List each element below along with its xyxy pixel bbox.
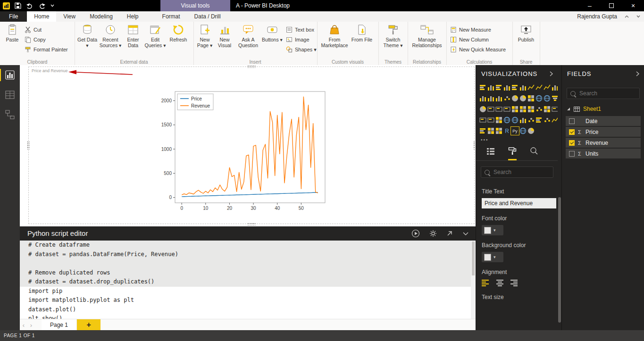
word-cloud-icon[interactable] — [527, 116, 535, 124]
close-button[interactable]: × — [622, 0, 644, 11]
table-sheet1[interactable]: Sheet1 — [562, 101, 644, 116]
code-line[interactable]: # Remove duplicated rows — [20, 268, 476, 278]
tab-help[interactable]: Help — [120, 11, 146, 22]
field-row-date[interactable]: Date — [566, 116, 641, 126]
tab-data-drill[interactable]: Data / Drill — [187, 11, 228, 22]
code-line[interactable] — [20, 259, 476, 268]
buttons-button[interactable]: Buttons ▾ — [261, 24, 283, 58]
kpi-icon[interactable] — [503, 106, 510, 113]
matrix-icon[interactable] — [527, 106, 535, 113]
tab-view[interactable]: View — [56, 11, 83, 22]
panel-scrollbar-thumb[interactable] — [558, 197, 561, 323]
fields-search-input[interactable] — [578, 90, 636, 97]
100-stacked-bar-chart-icon[interactable] — [511, 84, 519, 91]
undo-icon[interactable] — [26, 2, 33, 9]
decomposition-tree-icon[interactable] — [544, 106, 551, 113]
resize-handle-bottom[interactable] — [247, 223, 256, 225]
clustered-bar-chart-icon[interactable] — [495, 84, 502, 91]
treemap-icon[interactable] — [527, 95, 535, 102]
from-file-button[interactable]: From File — [350, 24, 374, 58]
play-axis-icon[interactable] — [527, 127, 535, 134]
donut-chart-icon[interactable] — [519, 95, 527, 102]
manage-relationships-button[interactable]: Manage Relationships — [410, 24, 444, 58]
paste-button[interactable]: Paste — [2, 24, 23, 58]
new-quick-measure-button[interactable]: New Quick Measure — [450, 45, 506, 54]
field-row-price[interactable]: ΣPrice — [566, 127, 641, 137]
collapse-editor-chevron-icon[interactable] — [462, 232, 469, 236]
align-center-button[interactable] — [495, 279, 504, 287]
key-influencers-icon[interactable] — [535, 106, 543, 113]
format-search-input[interactable] — [493, 168, 550, 176]
filled-map-icon[interactable] — [544, 95, 551, 102]
format-painter-button[interactable]: Format Painter — [25, 45, 68, 54]
code-line[interactable]: import matplotlib.pyplot as plt — [20, 296, 476, 305]
field-checkbox[interactable] — [569, 118, 575, 124]
signed-in-user[interactable]: Rajendra Gupta — [577, 13, 617, 20]
stacked-bar-chart-icon[interactable] — [479, 84, 486, 91]
code-line[interactable]: plt.show() — [20, 314, 476, 319]
align-left-button[interactable] — [482, 279, 491, 287]
code-line[interactable]: # dataset = dataset.drop_duplicates() — [20, 277, 476, 287]
area-chart-icon[interactable] — [535, 84, 543, 91]
text-box-button[interactable]: Text box — [286, 25, 314, 34]
code-editor-scrollbar[interactable] — [471, 241, 476, 319]
add-page-button[interactable]: + — [77, 319, 100, 331]
panel-scrollbar[interactable] — [558, 65, 561, 330]
previous-page-arrow-icon[interactable]: ‹ — [20, 322, 27, 329]
python-code-editor[interactable]: # Create dataframe# dataset = pandas.Dat… — [20, 241, 476, 319]
pie-chart-icon[interactable] — [511, 95, 519, 102]
tab-modeling[interactable]: Modeling — [83, 11, 120, 22]
next-page-arrow-icon[interactable]: › — [27, 322, 35, 329]
line-and-clustered-column-chart-icon[interactable] — [479, 95, 486, 102]
power-apps-icon[interactable] — [495, 116, 502, 124]
open-external-editor-icon[interactable] — [446, 230, 453, 237]
more-visuals-ellipsis[interactable]: ••• — [476, 135, 558, 142]
resize-handle-left[interactable] — [27, 141, 30, 150]
stacked-column-chart-icon[interactable] — [487, 84, 494, 91]
gauge-icon[interactable] — [479, 106, 486, 113]
field-row-units[interactable]: ΣUnits — [566, 149, 641, 158]
font-color-picker[interactable]: ▾ — [482, 225, 503, 235]
quick-access-menu-icon[interactable] — [50, 4, 54, 7]
sidebar-item-model-view[interactable] — [0, 105, 20, 125]
tab-fields-pane[interactable] — [486, 148, 495, 160]
map-icon[interactable] — [535, 95, 543, 102]
collapse-fields-chevron-icon[interactable] — [636, 71, 639, 76]
collapse-visualizations-chevron-icon[interactable] — [550, 71, 553, 76]
new-visual-button[interactable]: New Visual — [214, 24, 235, 58]
card-icon[interactable] — [487, 106, 494, 113]
field-checkbox[interactable] — [569, 151, 575, 157]
collapse-ribbon-icon[interactable] — [625, 15, 629, 18]
scrollbar-thumb[interactable] — [472, 241, 475, 275]
get-data-button[interactable]: Get Data ▾ — [76, 24, 98, 58]
scatter-chart-icon[interactable] — [503, 95, 510, 102]
run-script-icon[interactable] — [411, 229, 420, 238]
100-stacked-column-chart-icon[interactable] — [519, 84, 527, 91]
custom-table-icon[interactable] — [487, 127, 494, 134]
minimize-button[interactable]: – — [579, 0, 601, 11]
from-marketplace-button[interactable]: From Marketplace — [319, 24, 350, 58]
gantt-chart-icon[interactable] — [479, 127, 486, 134]
arcgis-map-icon[interactable] — [519, 127, 527, 134]
edit-queries-button[interactable]: Edit Queries ▾ — [143, 24, 167, 58]
new-column-button[interactable]: New Column — [450, 35, 489, 44]
clustered-column-chart-icon[interactable] — [503, 84, 510, 91]
new-page-button[interactable]: New Page ▾ — [195, 24, 214, 58]
title-text-input[interactable] — [482, 198, 556, 208]
field-checkbox[interactable] — [569, 140, 575, 146]
waterfall-chart-icon[interactable] — [495, 95, 502, 102]
custom-matrix-icon[interactable] — [495, 127, 502, 134]
smart-narrative-icon[interactable] — [479, 116, 486, 124]
paginated-report-icon[interactable] — [487, 116, 494, 124]
sidebar-item-report-view[interactable] — [0, 65, 20, 85]
sidebar-item-data-view[interactable] — [0, 85, 20, 105]
field-checkbox[interactable] — [569, 129, 575, 135]
tab-analytics-pane[interactable] — [530, 147, 538, 160]
multi-row-card-icon[interactable] — [495, 106, 502, 113]
tab-file[interactable]: File — [0, 11, 27, 22]
tab-format-pane[interactable] — [508, 147, 517, 160]
line-chart-icon[interactable] — [527, 84, 535, 91]
publish-button[interactable]: Publish — [515, 24, 537, 58]
shape-map-icon[interactable] — [503, 116, 510, 124]
save-icon[interactable] — [15, 2, 21, 9]
